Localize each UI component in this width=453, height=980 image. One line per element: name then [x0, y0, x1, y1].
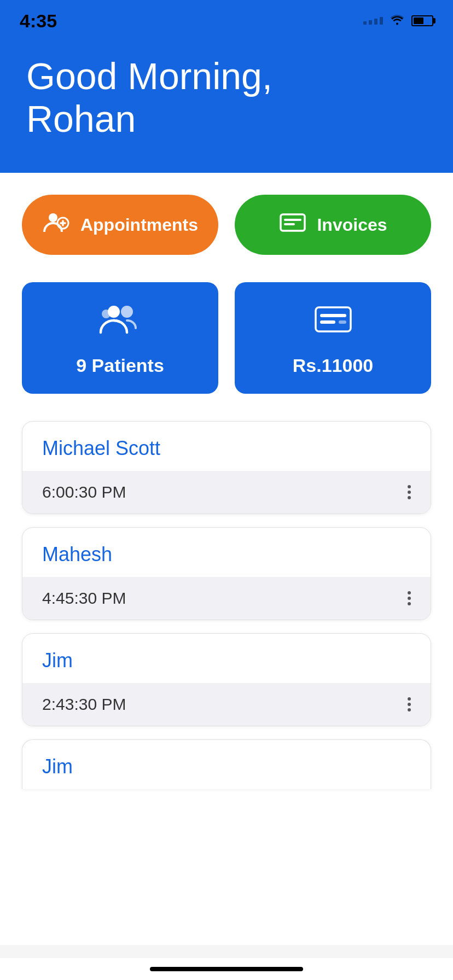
status-icons	[363, 13, 433, 28]
appointment-time-row-0: 6:00:30 PM	[22, 471, 431, 514]
appointment-name-1: Mahesh	[22, 528, 431, 577]
more-icon-0[interactable]	[408, 485, 411, 499]
svg-rect-3	[281, 214, 305, 231]
svg-point-7	[121, 306, 133, 318]
status-bar: 4:35	[0, 0, 453, 38]
appointment-time-2: 2:43:30 PM	[42, 695, 126, 714]
appointment-card-2[interactable]: Jim 2:43:30 PM	[22, 633, 431, 726]
status-time: 4:35	[20, 10, 57, 32]
appointments-label: Appointments	[80, 215, 198, 235]
appointment-time-1: 4:45:30 PM	[42, 589, 126, 608]
patients-label: 9 Patients	[76, 355, 164, 376]
appointment-time-row-2: 2:43:30 PM	[22, 683, 431, 726]
appointment-card-0[interactable]: Michael Scott 6:00:30 PM	[22, 421, 431, 514]
appointment-list: Michael Scott 6:00:30 PM Mahesh 4:45:30 …	[22, 421, 431, 789]
svg-point-1	[50, 219, 51, 220]
home-indicator	[0, 958, 453, 980]
appointments-icon	[42, 210, 71, 240]
more-icon-1[interactable]	[408, 591, 411, 605]
greeting-line2: Rohan	[26, 98, 136, 139]
appointment-card-3-partial[interactable]: Jim	[22, 739, 431, 789]
appointment-card-1[interactable]: Mahesh 4:45:30 PM	[22, 527, 431, 620]
greeting: Good Morning, Rohan	[26, 55, 427, 140]
battery-icon	[411, 15, 433, 26]
patients-icon	[98, 302, 142, 344]
invoices-icon	[278, 211, 307, 239]
invoices-label: Invoices	[317, 215, 387, 235]
svg-rect-10	[320, 314, 346, 317]
svg-point-0	[49, 213, 57, 222]
svg-rect-12	[339, 320, 346, 324]
svg-point-8	[102, 310, 111, 318]
appointment-name-0: Michael Scott	[22, 422, 431, 471]
revenue-card[interactable]: Rs.11000	[235, 282, 431, 394]
appointment-time-row-1: 4:45:30 PM	[22, 577, 431, 620]
svg-rect-9	[316, 307, 351, 331]
stats-cards-row: 9 Patients Rs.11000	[22, 282, 431, 394]
greeting-line1: Good Morning,	[26, 55, 272, 97]
svg-rect-11	[320, 320, 335, 324]
revenue-label: Rs.11000	[293, 355, 373, 376]
appointment-name-3: Jim	[22, 740, 431, 789]
main-content: Appointments Invoices	[0, 173, 453, 945]
home-bar	[150, 967, 303, 971]
action-buttons-row: Appointments Invoices	[22, 195, 431, 255]
appointment-name-2: Jim	[22, 634, 431, 683]
appointment-time-0: 6:00:30 PM	[42, 483, 126, 501]
revenue-icon	[311, 302, 355, 344]
patients-card[interactable]: 9 Patients	[22, 282, 218, 394]
svg-rect-5	[284, 223, 295, 225]
more-icon-2[interactable]	[408, 697, 411, 711]
svg-rect-4	[284, 219, 301, 221]
wifi-icon	[390, 13, 405, 28]
appointments-button[interactable]: Appointments	[22, 195, 218, 255]
signal-icon	[363, 17, 383, 25]
invoices-button[interactable]: Invoices	[235, 195, 431, 255]
header: Good Morning, Rohan	[0, 38, 453, 173]
